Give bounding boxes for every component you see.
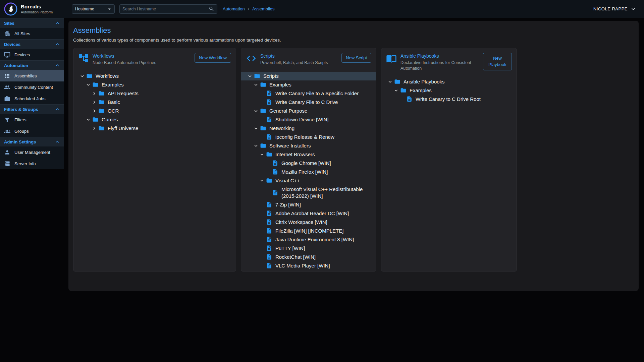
tree-item[interactable]: Basic xyxy=(73,98,236,107)
groups-icon xyxy=(4,128,10,134)
chevron-down-icon[interactable] xyxy=(393,87,399,94)
breadcrumb: Automation › Assemblies xyxy=(223,6,275,11)
tree-item[interactable]: FileZilla [WIN] [INCOMPLETE] xyxy=(241,227,376,235)
tree-item[interactable]: Shutdown Device [WIN] xyxy=(241,115,376,124)
new-workflow-button[interactable]: New Workflow xyxy=(195,53,231,63)
tree-item[interactable]: Microsoft Visual C++ Redistributable (20… xyxy=(241,185,376,200)
chevron-spacer xyxy=(265,189,271,196)
chevron-down-icon[interactable] xyxy=(387,78,393,85)
chevron-down-icon[interactable] xyxy=(253,81,259,88)
tree-item[interactable]: Visual C++ xyxy=(241,176,376,185)
sidebar-item-user-management[interactable]: User Management xyxy=(0,146,64,158)
people-icon xyxy=(4,84,10,90)
sidebar-item-groups[interactable]: Groups xyxy=(0,125,64,137)
file-icon xyxy=(266,99,273,106)
tree-item[interactable]: Workflows xyxy=(73,72,236,80)
chevron-right-icon[interactable] xyxy=(91,90,98,97)
scripts-card-titles: Scripts Powershell, Batch, and Bash Scri… xyxy=(260,53,338,66)
sidebar-item-assemblies[interactable]: Assemblies xyxy=(0,70,64,81)
chevron-down-icon[interactable] xyxy=(253,125,259,132)
tree-item[interactable]: PuTTY [WIN] xyxy=(241,244,376,253)
sidebar-item-all-sites[interactable]: All Sites xyxy=(0,28,64,39)
chevron-spacer xyxy=(259,236,265,243)
chevron-right-icon[interactable] xyxy=(91,99,98,106)
main-panel: Assemblies Collections of various types … xyxy=(68,21,639,291)
hostname-select[interactable]: Hostname xyxy=(72,4,115,14)
file-icon xyxy=(272,169,279,175)
tree-item-selected[interactable]: Scripts xyxy=(241,72,376,80)
tree-item[interactable]: Flyff Universe xyxy=(73,124,236,133)
tree-item[interactable]: Mozilla Firefox [WIN] xyxy=(241,168,376,176)
book-icon xyxy=(386,53,397,64)
sidebar-section-filters-groups[interactable]: Filters & Groups xyxy=(0,104,64,114)
chevron-right-icon[interactable] xyxy=(91,108,98,114)
sidebar-item-devices[interactable]: Devices xyxy=(0,49,64,60)
chevron-down-icon[interactable] xyxy=(85,116,92,123)
sidebar-item-filters[interactable]: Filters xyxy=(0,114,64,125)
chevron-down-icon[interactable] xyxy=(253,108,259,114)
tree-item[interactable]: Games xyxy=(73,115,236,124)
breadcrumb-automation[interactable]: Automation xyxy=(223,6,245,11)
tree-item[interactable]: Citrix Workspace [WIN] xyxy=(241,218,376,227)
tree-item[interactable]: Examples xyxy=(73,80,236,89)
sidebar-item-scheduled-jobs[interactable]: Scheduled Jobs xyxy=(0,93,64,104)
tree-item[interactable]: 7-Zip [WIN] xyxy=(241,200,376,209)
tree-item[interactable]: Examples xyxy=(381,86,517,95)
tree-item[interactable]: Google Chrome [WIN] xyxy=(241,159,376,168)
tree-item[interactable]: Examples xyxy=(241,80,376,89)
user-menu[interactable]: NICOLE RAPPE xyxy=(593,6,644,12)
new-script-button[interactable]: New Script xyxy=(341,53,371,63)
scripts-tree: Scripts Examples Write Canary File to a … xyxy=(241,70,376,272)
tree-item[interactable]: ipconfig Release & Renew xyxy=(241,133,376,141)
tree-item[interactable]: Software Installers xyxy=(241,141,376,150)
chevron-spacer xyxy=(259,219,265,226)
tree-item[interactable]: RocketChat [WIN] xyxy=(241,253,376,261)
chevron-spacer xyxy=(259,99,265,106)
tree-item[interactable]: Write Canary File to a Specific Folder xyxy=(241,89,376,98)
chevron-spacer xyxy=(259,116,265,123)
new-playbook-button[interactable]: New Playbook xyxy=(483,53,512,70)
file-icon xyxy=(266,90,273,97)
breadcrumb-assemblies[interactable]: Assemblies xyxy=(252,6,274,11)
tree-item[interactable]: Adobe Acrobat Reader DC [WIN] xyxy=(241,209,376,218)
file-icon xyxy=(266,228,273,234)
chevron-spacer xyxy=(259,134,265,140)
tree-item[interactable]: Java Runtime Environment 8 [WIN] xyxy=(241,235,376,244)
tree-item[interactable]: OCR xyxy=(73,107,236,115)
page-description: Collections of various types of componen… xyxy=(73,38,634,43)
tree-item[interactable]: Internet Browsers xyxy=(241,150,376,159)
chevron-spacer xyxy=(259,245,265,252)
chevron-up-icon xyxy=(54,106,60,112)
folder-icon xyxy=(266,151,273,158)
chevron-down-icon[interactable] xyxy=(259,177,265,184)
tree-item[interactable]: General Purpose xyxy=(241,107,376,115)
sidebar-item-server-info[interactable]: Server Info xyxy=(0,158,64,169)
tree-item[interactable]: API Requests xyxy=(73,89,236,98)
chevron-down-icon[interactable] xyxy=(85,81,92,88)
tree-item[interactable]: Write Canary to C Drive Root xyxy=(381,95,517,104)
chevron-down-icon[interactable] xyxy=(247,73,253,79)
sidebar-section-admin-settings[interactable]: Admin Settings xyxy=(0,137,64,146)
tree-item[interactable]: Write Canary File to C Drive xyxy=(241,98,376,107)
search-input[interactable] xyxy=(122,7,209,11)
playbooks-card-subtitle: Declarative Instructions for Consistent … xyxy=(400,60,479,71)
folder-icon xyxy=(394,78,401,85)
tree-item[interactable]: VLC Media Player [WIN] xyxy=(241,261,376,270)
chevron-down-icon[interactable] xyxy=(253,142,259,149)
workflows-card-subtitle: Node-Based Automation Pipelines xyxy=(93,60,191,66)
tree-item[interactable]: Networking xyxy=(241,124,376,133)
folder-icon xyxy=(92,116,99,123)
sidebar-section-sites[interactable]: Sites xyxy=(0,18,64,28)
chevron-down-icon[interactable] xyxy=(259,151,265,158)
sidebar-section-automation[interactable]: Automation xyxy=(0,60,64,70)
sidebar-section-devices[interactable]: Devices xyxy=(0,39,64,49)
workflows-card-title: Workflows xyxy=(93,53,191,59)
code-icon xyxy=(246,53,257,64)
chevron-down-icon[interactable] xyxy=(79,73,86,79)
tree-item[interactable]: Ansible Playbooks xyxy=(381,77,517,86)
chevron-right-icon[interactable] xyxy=(91,125,98,132)
sidebar-item-community-content[interactable]: Community Content xyxy=(0,81,64,93)
folder-icon xyxy=(92,81,99,88)
hostname-search[interactable] xyxy=(119,4,217,14)
folder-icon xyxy=(260,142,267,149)
